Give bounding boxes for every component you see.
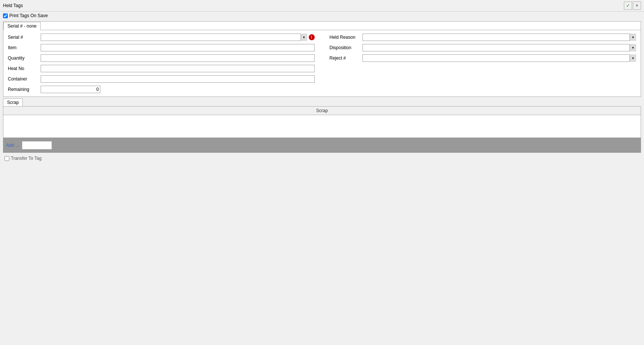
transfer-to-tag-text: Transfer To Tag (11, 156, 42, 161)
scrap-table-body (3, 115, 641, 137)
reject-label: Reject # (330, 56, 359, 61)
scrap-footer: Add ... (3, 138, 641, 153)
scrap-tab[interactable]: Scrap (3, 98, 23, 106)
print-tags-text: Print Tags On Save (9, 13, 48, 18)
title-bar: Held Tags ✓ × (0, 0, 644, 12)
disposition-label: Disposition (330, 45, 359, 50)
form-panel: Serial # - none Serial # ▼ (3, 21, 641, 97)
transfer-to-tag-label[interactable]: Transfer To Tag (4, 156, 42, 161)
form-body: Serial # ▼ ! Item (3, 30, 641, 96)
add-input[interactable] (22, 141, 52, 149)
item-field-row: Item (8, 44, 315, 52)
reject-select-wrapper: ▼ (362, 54, 637, 62)
title-bar-left: Held Tags (3, 3, 23, 8)
serial-error-icon: ! (309, 34, 315, 40)
right-column: Held Reason ▼ Disposition (330, 33, 637, 94)
held-reason-select-wrapper: ▼ (362, 34, 637, 41)
remaining-label: Remaining (8, 87, 38, 92)
reject-field-row: Reject # ▼ (330, 54, 637, 62)
bottom-toolbar: Transfer To Tag (0, 153, 644, 164)
container-field-row: Container (8, 75, 315, 83)
transfer-to-tag-checkbox[interactable] (4, 156, 9, 161)
container-label: Container (8, 76, 38, 82)
reject-select[interactable] (362, 54, 637, 62)
title-bar-right: ✓ × (624, 1, 641, 10)
serial-wrapper: ▼ ! (41, 34, 315, 41)
left-column: Serial # ▼ ! Item (8, 33, 315, 94)
scrap-section: Scrap Scrap Add ... (3, 98, 641, 153)
heat-no-field-row: Heat No (8, 64, 315, 73)
quantity-label: Quantity (8, 56, 38, 61)
held-reason-select[interactable] (362, 34, 637, 41)
scrap-table-header: Scrap (3, 107, 641, 115)
held-reason-label: Held Reason (330, 35, 359, 40)
top-toolbar: Print Tags On Save (0, 12, 644, 20)
ok-button[interactable]: ✓ (624, 1, 632, 10)
item-label: Item (8, 45, 38, 50)
window-title: Held Tags (3, 3, 23, 8)
main-window: Held Tags ✓ × Print Tags On Save Serial … (0, 0, 644, 345)
print-tags-checkbox[interactable] (3, 13, 8, 18)
heat-no-label: Heat No (8, 66, 38, 71)
scrap-table-container: Scrap (3, 106, 641, 138)
serial-select[interactable] (41, 34, 307, 41)
scrap-tab-strip: Scrap (3, 98, 641, 106)
item-input[interactable] (41, 44, 315, 51)
disposition-select[interactable] (362, 44, 637, 51)
tab-serial-none[interactable]: Serial # - none (3, 22, 41, 30)
quantity-field-row: Quantity (8, 54, 315, 62)
serial-label: Serial # (8, 35, 38, 40)
heat-no-input[interactable] (41, 65, 315, 72)
serial-field-row: Serial # ▼ ! (8, 33, 315, 41)
remaining-input[interactable] (41, 86, 100, 93)
close-button[interactable]: × (633, 1, 641, 10)
held-reason-field-row: Held Reason ▼ (330, 33, 637, 41)
remaining-field-row: Remaining (8, 85, 315, 94)
disposition-field-row: Disposition ▼ (330, 44, 637, 52)
print-tags-label[interactable]: Print Tags On Save (3, 13, 48, 18)
add-link[interactable]: Add ... (6, 143, 19, 148)
quantity-input[interactable] (41, 54, 315, 62)
disposition-select-wrapper: ▼ (362, 44, 637, 51)
serial-select-wrap: ▼ (41, 34, 307, 41)
container-input[interactable] (41, 75, 315, 83)
tab-strip: Serial # - none (3, 22, 641, 30)
